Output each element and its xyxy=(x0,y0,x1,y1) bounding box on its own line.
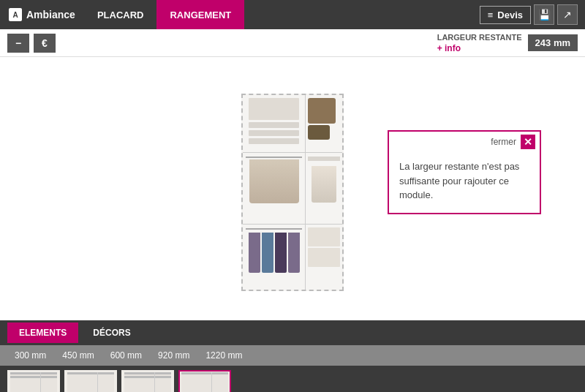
thumbnails-row xyxy=(0,366,585,392)
clothes-hanging xyxy=(249,159,299,203)
nav-actions: ≡ Devis 💾 ↗ xyxy=(480,4,585,25)
thumbnail-1[interactable] xyxy=(7,370,60,392)
largeur-info: LARGEUR RESTANTE + info xyxy=(437,32,522,53)
thumbnail-4[interactable] xyxy=(178,370,231,392)
shelf-item xyxy=(249,138,299,144)
minus-button[interactable]: − xyxy=(7,34,29,53)
bag-decoration xyxy=(308,98,336,124)
shoe-shelf xyxy=(308,227,340,246)
shelf-item xyxy=(249,98,299,120)
tab-decors[interactable]: DÉCORS xyxy=(81,323,142,343)
hang-rod xyxy=(246,157,302,158)
bottom-panel: ELEMENTS DÉCORS 300 mm 450 mm 600 mm 920… xyxy=(0,320,585,392)
coat-hanging xyxy=(312,166,336,203)
size-450[interactable]: 450 mm xyxy=(55,345,101,366)
popup-header: fermer ✕ xyxy=(389,132,540,152)
size-600[interactable]: 600 mm xyxy=(103,345,149,366)
popup-message: La largeur restante n'est pas suffisante… xyxy=(389,152,540,213)
bottom-tabs: ELEMENTS DÉCORS xyxy=(0,320,585,345)
hanging-item-dark xyxy=(275,233,287,273)
info-popup: fermer ✕ La largeur restante n'est pas s… xyxy=(388,130,541,214)
tab-placard[interactable]: PLACARD xyxy=(84,0,157,29)
app-name: Ambiance xyxy=(26,9,75,20)
size-filters: 300 mm 450 mm 600 mm 920 mm 1220 mm xyxy=(0,345,585,366)
save-button[interactable]: 💾 xyxy=(534,4,554,25)
bottom-rod xyxy=(246,228,302,230)
close-button[interactable]: ✕ xyxy=(521,135,535,149)
toolbar: − € LARGEUR RESTANTE + info 243 mm xyxy=(0,29,585,57)
hanging-item-blue xyxy=(262,233,273,273)
list-icon: ≡ xyxy=(488,10,494,20)
tab-rangement[interactable]: RANGEMENT xyxy=(156,0,244,29)
info-link[interactable]: + info xyxy=(437,43,522,53)
thumbnail-2[interactable] xyxy=(64,370,117,392)
close-label: fermer xyxy=(491,137,516,147)
shelf xyxy=(308,157,340,161)
logo-icon: A xyxy=(9,8,22,21)
main-canvas: fermer ✕ La largeur restante n'est pas s… xyxy=(0,57,585,320)
shelf-item xyxy=(249,130,299,136)
thumbnail-3[interactable] xyxy=(121,370,174,392)
size-300[interactable]: 300 mm xyxy=(7,345,53,366)
share-button[interactable]: ↗ xyxy=(557,4,578,25)
shelf-item xyxy=(249,122,299,128)
app-logo[interactable]: A Ambiance xyxy=(0,8,84,21)
euro-button[interactable]: € xyxy=(34,34,56,53)
devis-button[interactable]: ≡ Devis xyxy=(480,6,531,24)
hanging-item xyxy=(249,233,260,273)
largeur-value: 243 mm xyxy=(528,34,578,51)
hanging-item xyxy=(288,233,300,273)
bag-decoration-small xyxy=(308,125,330,140)
tab-elements[interactable]: ELEMENTS xyxy=(7,323,78,343)
size-1220[interactable]: 1220 mm xyxy=(198,345,249,366)
size-920[interactable]: 920 mm xyxy=(151,345,197,366)
wardrobe-preview xyxy=(241,94,344,291)
share-icon: ↗ xyxy=(563,9,572,20)
shoe-shelf xyxy=(308,248,340,267)
save-icon: 💾 xyxy=(538,9,551,20)
largeur-section: LARGEUR RESTANTE + info 243 mm xyxy=(437,32,578,53)
top-navigation: A Ambiance PLACARD RANGEMENT ≡ Devis 💾 ↗ xyxy=(0,0,585,29)
wardrobe-image xyxy=(241,94,344,291)
